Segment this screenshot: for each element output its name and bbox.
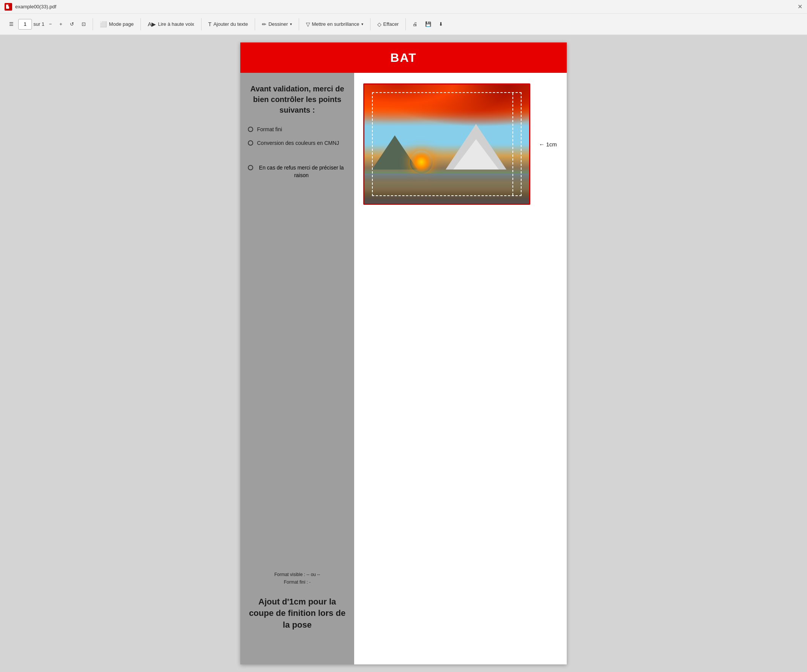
- erase-label: Effacer: [384, 21, 399, 27]
- pdf-body: Avant validation, merci de bien contrôle…: [240, 73, 567, 664]
- sep2: [140, 18, 141, 30]
- zoom-out-button[interactable]: −: [46, 19, 55, 29]
- main-content-area: BAT Avant validation, merci de bien cont…: [0, 35, 807, 672]
- erase-button[interactable]: ◇ Effacer: [374, 19, 402, 29]
- add-text-icon: T: [208, 21, 212, 27]
- menu-button[interactable]: ☰: [6, 19, 17, 29]
- format-info: Format visible : -- ou -- Format fini : …: [248, 572, 347, 587]
- print-icon: 🖨: [413, 21, 418, 27]
- print-button[interactable]: 🖨: [410, 19, 420, 29]
- sep4: [255, 18, 255, 30]
- rotate-button[interactable]: ↺: [67, 19, 77, 29]
- mode-page-icon: ⬜: [100, 21, 107, 28]
- zoom-out-icon: −: [49, 21, 52, 27]
- sep3: [201, 18, 202, 30]
- checkbox-circle-1: [248, 127, 253, 132]
- bottom-spacer: [248, 631, 347, 654]
- checklist-item-format-fini: Format fini: [248, 126, 347, 134]
- fit-icon: ⊡: [81, 21, 86, 27]
- save-icon: 💾: [425, 21, 431, 27]
- checkbox-circle-2: [248, 140, 253, 146]
- sep1: [93, 18, 93, 30]
- close-button[interactable]: ✕: [797, 3, 802, 10]
- ajout-text: Ajout d'1cm pour la coupe de finition lo…: [248, 596, 347, 631]
- mountain-fuji: [446, 124, 506, 169]
- add-text-label: Ajouter du texte: [213, 21, 248, 27]
- highlight-chevron-icon: ▾: [361, 22, 363, 26]
- sep6: [370, 18, 370, 30]
- mode-page-label: Mode page: [109, 21, 134, 27]
- format-visible-line: Format visible : -- ou --: [248, 572, 347, 577]
- image-container: ← 1cm: [363, 83, 530, 205]
- pdf-left-panel: Avant validation, merci de bien contrôle…: [240, 73, 354, 664]
- add-text-button[interactable]: T Ajouter du texte: [205, 19, 251, 29]
- draw-label: Dessiner: [268, 21, 288, 27]
- app-icon: [5, 3, 12, 11]
- toolbar: ☰ sur 1 − + ↺ ⊡ ⬜ Mode page A▶ Lire à ha…: [0, 14, 807, 35]
- format-fini-line: Format fini : -: [248, 579, 347, 585]
- page-nav: sur 1: [18, 19, 45, 30]
- annotation-1cm-label: 1cm: [546, 141, 557, 147]
- page-total: sur 1: [33, 21, 45, 27]
- checklist-item-cmnj: Conversion des couleurs en CMNJ: [248, 139, 347, 147]
- sep5: [299, 18, 299, 30]
- svg-rect-1: [8, 5, 10, 7]
- intro-text: Avant validation, merci de bien contrôle…: [248, 83, 347, 115]
- download-button[interactable]: ⬇: [436, 19, 446, 29]
- format-fini-value: -: [309, 579, 311, 585]
- save-button[interactable]: 💾: [422, 19, 434, 29]
- draw-icon: ✏: [262, 21, 266, 27]
- pdf-header: BAT: [240, 43, 567, 73]
- highlight-button[interactable]: ▽ Mettre en surbrillance ▾: [303, 19, 366, 29]
- checklist-label-1: Format fini: [257, 126, 282, 134]
- autumn-image: [363, 83, 530, 205]
- window-title: example00(33).pdf: [15, 4, 56, 10]
- pdf-right-panel: ← 1cm: [354, 73, 567, 664]
- spacer: [248, 194, 347, 571]
- refus-label: En cas de refus merci de préciser la rai…: [256, 164, 347, 179]
- rotate-icon: ↺: [70, 21, 74, 27]
- menu-icon: ☰: [9, 21, 14, 27]
- fit-button[interactable]: ⊡: [78, 19, 89, 29]
- title-bar: example00(33).pdf ✕: [0, 0, 807, 14]
- highlight-label: Mettre en surbrillance: [312, 21, 359, 27]
- water-reflection: [364, 173, 529, 204]
- read-aloud-button[interactable]: A▶ Lire à haute voix: [144, 19, 197, 30]
- read-aloud-label: Lire à haute voix: [158, 21, 194, 27]
- sun-glow: [410, 151, 433, 173]
- annotation-1cm: ← 1cm: [539, 141, 557, 147]
- erase-icon: ◇: [377, 21, 382, 27]
- read-aloud-icon: A▶: [148, 21, 156, 28]
- zoom-in-button[interactable]: +: [56, 19, 66, 29]
- arrow-left-icon: ←: [539, 141, 545, 147]
- zoom-in-icon: +: [60, 21, 63, 27]
- page-number-input[interactable]: [18, 19, 32, 30]
- pdf-title: BAT: [390, 51, 417, 65]
- pdf-page: BAT Avant validation, merci de bien cont…: [240, 43, 567, 664]
- leaves-top: [364, 84, 529, 130]
- download-icon: ⬇: [439, 21, 443, 27]
- sep7: [405, 18, 406, 30]
- highlight-icon: ▽: [306, 21, 310, 27]
- checkbox-circle-refus: [248, 165, 253, 170]
- mode-page-button[interactable]: ⬜ Mode page: [97, 19, 137, 30]
- draw-button[interactable]: ✏ Dessiner ▾: [259, 19, 295, 29]
- refus-item: En cas de refus merci de préciser la rai…: [248, 164, 347, 179]
- draw-chevron-icon: ▾: [290, 22, 292, 26]
- checklist-label-2: Conversion des couleurs en CMNJ: [257, 139, 339, 147]
